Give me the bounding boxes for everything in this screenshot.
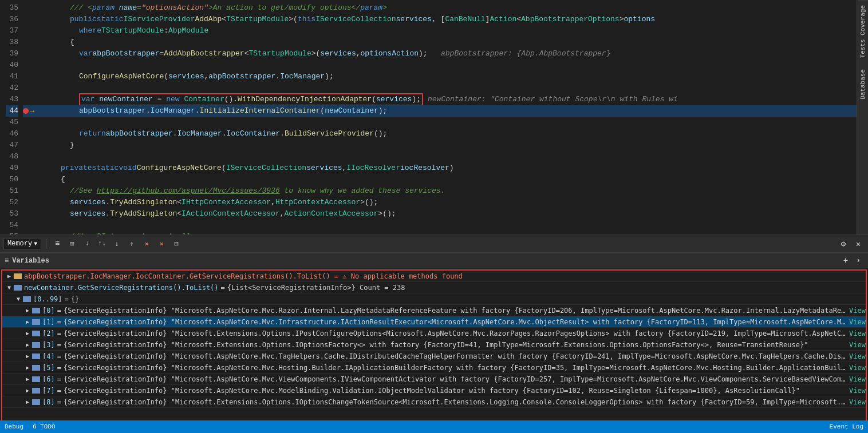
line-num-35: 35: [6, 2, 18, 14]
var-row-7[interactable]: ▶ [7] = {ServiceRegistrationInfo} "Micro…: [2, 385, 866, 396]
code-line-50: {: [40, 174, 857, 185]
var-name-6: [6]: [42, 375, 55, 383]
var-row-error[interactable]: ▶ abpBootstrapper.IocManager.IocContaine…: [2, 271, 866, 282]
todo-count[interactable]: 6 TODO: [33, 423, 56, 430]
expand-icon-array: ▼: [14, 296, 23, 302]
close-panel-button[interactable]: ✕: [852, 237, 865, 250]
var-val-2: {ServiceRegistrationInfo} "Microsoft.Ext…: [64, 329, 847, 337]
line-num-38: 38: [6, 37, 18, 48]
var-eq-8: =: [57, 398, 61, 406]
tests-coverage-tab[interactable]: Tests Coverage: [858, 0, 868, 62]
memory-dropdown-icon: ▼: [34, 241, 37, 247]
expand-icon-error: ▶: [5, 273, 14, 279]
code-line-43: var newContainer = new Container().WithD…: [40, 94, 857, 105]
code-line-40: [40, 59, 857, 71]
line-num-43: 43: [6, 94, 18, 105]
toolbar-btn-7[interactable]: ⇑: [125, 237, 138, 250]
var-icon-2: [32, 331, 40, 336]
var-name-1: [1]: [42, 318, 55, 326]
code-line-55: //Use DI to create controllers: [40, 231, 857, 235]
var-row-1[interactable]: ▶ [1] = {ServiceRegistrationInfo} "Micro…: [2, 316, 866, 328]
view-link-5[interactable]: View: [849, 364, 866, 372]
memory-tab[interactable]: Memory ▼: [3, 238, 41, 249]
toolbar-btn-list[interactable]: ≡: [51, 237, 64, 250]
expand-icon-3: ▶: [23, 341, 32, 348]
view-link-6[interactable]: View: [849, 375, 866, 383]
var-eq-6: =: [57, 375, 61, 383]
expand-icon-container: ▼: [5, 284, 14, 291]
toolbar-btn-wrap[interactable]: ↓: [81, 237, 93, 250]
var-name-5: [5]: [42, 364, 55, 372]
var-val-5: {ServiceRegistrationInfo} "Microsoft.Asp…: [64, 364, 847, 372]
memory-tab-label: Memory: [7, 240, 32, 248]
line-num-48: 48: [6, 151, 18, 162]
var-name-7: [7]: [42, 387, 55, 395]
expand-icon-0: ▶: [23, 307, 32, 313]
var-row-5[interactable]: ▶ [5] = {ServiceRegistrationInfo} "Micro…: [2, 362, 866, 374]
expand-icon-7: ▶: [23, 387, 32, 394]
var-val-0: {ServiceRegistrationInfo} "Microsoft.Asp…: [64, 307, 847, 315]
line-num-51: 51: [6, 185, 18, 197]
toolbar-btn-5[interactable]: ↑↓: [96, 237, 108, 250]
add-watch-button[interactable]: +: [841, 256, 851, 266]
var-row-4[interactable]: ▶ [4] = {ServiceRegistrationInfo} "Micro…: [2, 351, 866, 362]
code-editor: 35 36 37 38 39 40 41 42 43 44 45 46 47 4…: [0, 0, 868, 235]
code-line-48: [40, 151, 857, 162]
code-content[interactable]: /// <param name="optionsAction">An actio…: [40, 0, 857, 235]
line-num-53: 53: [6, 208, 18, 220]
code-line-44: abpBootstrapper.IocManager.InitializeInt…: [40, 105, 857, 117]
line-num-54: 54: [6, 220, 18, 231]
expand-icon-5: ▶: [23, 364, 32, 371]
var-row-2[interactable]: ▶ [2] = {ServiceRegistrationInfo} "Micro…: [2, 328, 866, 339]
var-row-0[interactable]: ▶ [0] = {ServiceRegistrationInfo} "Micro…: [2, 305, 866, 316]
variables-panel: ≡ Variables + › ▶ abpBootstrapper.IocMan…: [0, 253, 868, 433]
var-eq-1: =: [57, 318, 61, 326]
var-name-2: [2]: [42, 329, 55, 337]
toolbar-btn-8[interactable]: ✕: [140, 237, 153, 250]
collapse-panel-button[interactable]: ›: [853, 256, 863, 266]
event-log-link[interactable]: Event Log: [830, 423, 863, 430]
line-num-39: 39: [6, 48, 18, 59]
var-row-3[interactable]: ▶ [3] = {ServiceRegistrationInfo} "Micro…: [2, 339, 866, 351]
line-num-37: 37: [6, 25, 18, 37]
var-val-8: {ServiceRegistrationInfo} "Microsoft.Ext…: [64, 398, 847, 406]
code-line-53: services.TryAddSingleton<IActionContextA…: [40, 208, 857, 220]
toolbar-btn-grid[interactable]: ⊟: [170, 237, 183, 250]
view-link-0[interactable]: View: [849, 307, 866, 315]
var-row-6[interactable]: ▶ [6] = {ServiceRegistrationInfo} "Micro…: [2, 374, 866, 385]
var-icon-4: [32, 353, 40, 359]
var-row-container[interactable]: ▼ newContainer.GetServiceRegistrations()…: [2, 282, 866, 293]
var-icon-7: [32, 388, 40, 394]
code-line-47: }: [40, 140, 857, 151]
var-eq-0: =: [57, 307, 61, 315]
toolbar-btn-9[interactable]: ✕: [155, 237, 168, 250]
view-link-7[interactable]: View: [849, 387, 866, 395]
toolbar-btn-indent[interactable]: ⊞: [66, 237, 78, 250]
database-tab[interactable]: Database: [858, 65, 868, 104]
settings-button[interactable]: ⚙: [837, 237, 850, 250]
settings-icon: ⚙: [841, 239, 846, 249]
var-val-3: {ServiceRegistrationInfo} "Microsoft.Ext…: [64, 341, 847, 349]
view-link-4[interactable]: View: [849, 352, 866, 360]
var-row-array[interactable]: ▼ [0..99] = {}: [2, 293, 866, 305]
view-link-1[interactable]: View: [849, 318, 866, 326]
bottom-bar: Debug 6 TODO Event Log: [0, 420, 868, 433]
toolbar-btn-6[interactable]: ⇓: [111, 237, 123, 250]
code-line-42: [40, 82, 857, 94]
debug-status: Debug: [5, 423, 23, 430]
var-val-4: {ServiceRegistrationInfo} "Microsoft.Asp…: [64, 352, 847, 360]
line-numbers: 35 36 37 38 39 40 41 42 43 44 45 46 47 4…: [0, 0, 23, 235]
debug-toolbar: Memory ▼ ≡ ⊞ ↓ ↑↓ ⇓ ⇑ ✕ ✕ ⊟ ⚙ ✕: [0, 235, 868, 253]
variables-title: Variables: [12, 257, 49, 265]
view-link-3[interactable]: View: [849, 341, 866, 349]
view-link-2[interactable]: View: [849, 329, 866, 337]
variables-content[interactable]: ▶ abpBootstrapper.IocManager.IocContaine…: [2, 271, 866, 431]
var-icon-array: [23, 296, 31, 302]
breakpoint-indicator: [23, 108, 29, 114]
line-num-44: 44: [6, 105, 18, 117]
var-val-7: {ServiceRegistrationInfo} "Microsoft.Asp…: [64, 387, 847, 395]
view-link-8[interactable]: View: [849, 398, 866, 406]
code-line-46: return abpBootstrapper.IocManager.IocCon…: [40, 128, 857, 140]
var-name-container: newContainer.GetServiceRegistrations().T…: [24, 284, 219, 292]
var-row-8[interactable]: ▶ [8] = {ServiceRegistrationInfo} "Micro…: [2, 396, 866, 408]
